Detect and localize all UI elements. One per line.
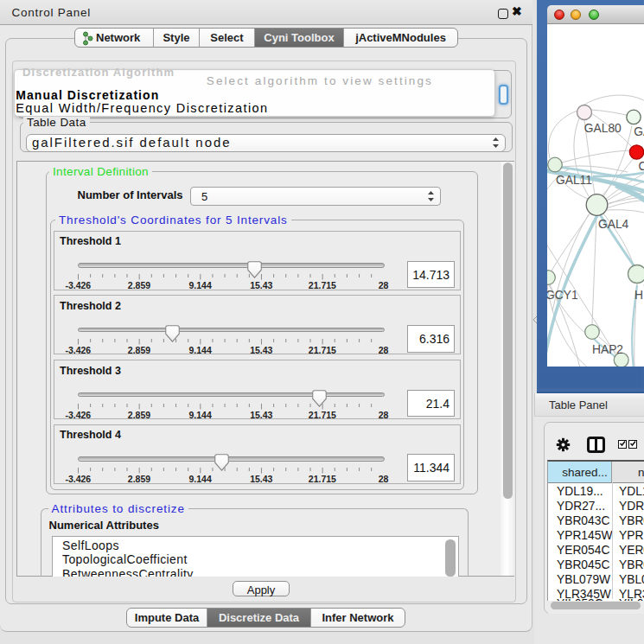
svg-text:GAL11: GAL11	[556, 174, 592, 187]
svg-text:GCY1: GCY1	[547, 289, 578, 302]
svg-text:GAL4: GAL4	[598, 218, 629, 231]
svg-text:C: C	[639, 160, 644, 173]
svg-text:GAL80: GAL80	[584, 122, 622, 135]
svg-text:GA: GA	[634, 125, 644, 138]
svg-text:HAP2: HAP2	[592, 343, 623, 356]
svg-text:H: H	[634, 289, 643, 302]
